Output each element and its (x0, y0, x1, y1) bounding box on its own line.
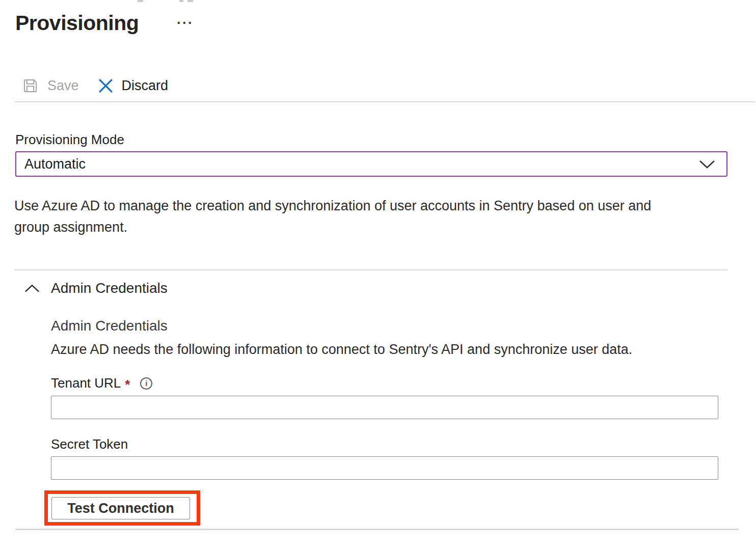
page-title: Provisioning (15, 11, 139, 35)
save-icon (22, 78, 38, 94)
save-button-label: Save (47, 78, 79, 94)
admin-credentials-heading: Admin Credentials (51, 318, 168, 334)
save-button[interactable]: Save (22, 78, 79, 94)
cropped-text-fragment (187, 0, 193, 2)
test-connection-button[interactable]: Test Connection (51, 497, 190, 519)
required-asterisk: * (125, 377, 130, 393)
bottom-divider (15, 529, 739, 530)
x-icon (98, 78, 113, 93)
info-icon[interactable]: i (140, 377, 152, 390)
admin-credentials-section-title: Admin Credentials (51, 280, 168, 296)
admin-credentials-section-toggle[interactable]: Admin Credentials (24, 280, 168, 296)
secret-token-label: Secret Token (51, 436, 128, 452)
chevron-up-icon (24, 284, 40, 293)
provisioning-mode-description: Use Azure AD to manage the creation and … (14, 195, 682, 238)
tenant-url-label-row: Tenant URL * i (51, 375, 152, 391)
cropped-text-fragment (138, 0, 143, 2)
provisioning-mode-dropdown[interactable]: Automatic (15, 151, 727, 177)
tenant-url-label: Tenant URL (51, 375, 121, 391)
tenant-url-input[interactable] (51, 396, 718, 419)
command-bar: Save Discard (22, 73, 168, 98)
provisioning-mode-value: Automatic (24, 156, 86, 172)
section-divider (14, 269, 727, 270)
chevron-down-icon (699, 160, 715, 169)
discard-button[interactable]: Discard (98, 78, 169, 94)
secret-token-input[interactable] (51, 456, 718, 480)
provisioning-mode-label: Provisioning Mode (15, 132, 124, 148)
discard-button-label: Discard (122, 78, 169, 94)
toolbar-divider (15, 101, 755, 102)
cropped-text-fragment (179, 0, 183, 2)
admin-credentials-description: Azure AD needs the following information… (51, 342, 662, 358)
more-options-icon[interactable]: ··· (177, 15, 194, 31)
